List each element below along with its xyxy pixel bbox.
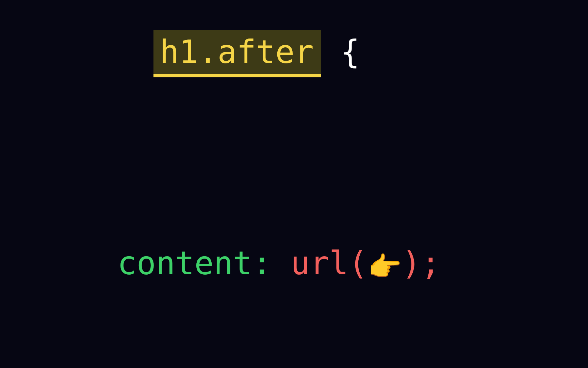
css-value-func-close: ) (402, 245, 421, 282)
css-semicolon: ; (421, 245, 440, 282)
css-property: content: (117, 245, 272, 282)
open-brace-char: { (341, 33, 360, 71)
open-brace (321, 33, 341, 71)
pointing-right-emoji-icon: 👉 (368, 251, 402, 282)
css-code-snippet: h1.after { content: url(👉); } (77, 0, 440, 368)
code-line-1: h1.after { (77, 0, 440, 131)
code-line-2: content: url(👉); (77, 237, 440, 290)
css-value-func-open: url( (291, 245, 368, 282)
css-selector-highlighted: h1.after (153, 30, 321, 78)
